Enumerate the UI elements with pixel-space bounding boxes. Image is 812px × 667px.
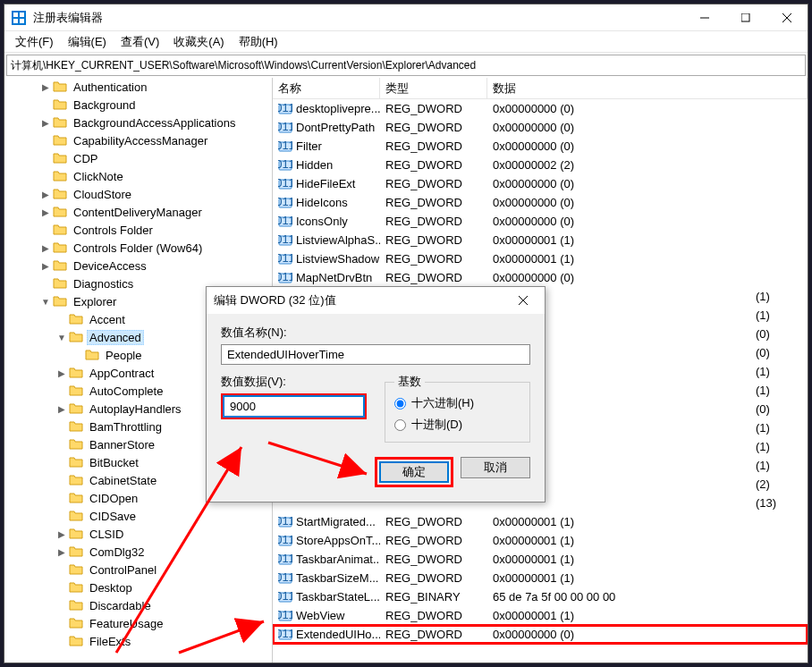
- tree-label: Controls Folder: [71, 224, 156, 237]
- cell-type: REG_DWORD: [380, 100, 487, 117]
- tree-expander[interactable]: ▶: [38, 187, 53, 201]
- tree-expander[interactable]: ▼: [38, 294, 53, 308]
- list-row[interactable]: 011ListviewAlphaS...REG_DWORD0x00000001 …: [273, 231, 808, 249]
- tree-label: CabinetState: [87, 474, 159, 487]
- tree-item[interactable]: ▶ContentDeliveryManager: [4, 203, 272, 221]
- list-row[interactable]: 011HideFileExtREG_DWORD0x00000000 (0): [273, 174, 808, 193]
- list-row[interactable]: 011IconsOnlyREG_DWORD0x00000000 (0): [273, 212, 808, 231]
- tree-expander[interactable]: ▶: [38, 80, 53, 94]
- tree-expander[interactable]: ▶: [55, 527, 69, 541]
- tree-item[interactable]: CapabilityAccessManager: [4, 131, 272, 149]
- tree-item[interactable]: Discardable: [4, 596, 272, 614]
- list-row[interactable]: 011FilterREG_DWORD0x00000000 (0): [273, 137, 808, 156]
- tree-expander[interactable]: [55, 509, 69, 523]
- tree-label: AppContract: [87, 367, 156, 380]
- tree-expander[interactable]: ▶: [38, 241, 53, 255]
- tree-expander[interactable]: [55, 580, 69, 595]
- menu-file[interactable]: 文件(F): [8, 32, 61, 52]
- folder-icon: [53, 169, 67, 183]
- close-button[interactable]: [766, 4, 808, 31]
- tree-expander[interactable]: [38, 276, 53, 291]
- tree-item[interactable]: ▶Controls Folder (Wow64): [4, 239, 272, 257]
- list-row[interactable]: 011TaskbarStateL...REG_BINARY65 de 7a 5f…: [273, 587, 808, 606]
- list-row[interactable]: 011WebViewREG_DWORD0x00000001 (1): [273, 606, 808, 625]
- tree-item[interactable]: ▶CLSID: [4, 525, 272, 543]
- list-row[interactable]: 011HideIconsREG_DWORD0x00000000 (0): [273, 193, 808, 212]
- list-row[interactable]: 011MapNetDrvBtnREG_DWORD0x00000000 (0): [273, 268, 808, 287]
- list-row[interactable]: 011ListviewShadowREG_DWORD0x00000001 (1): [273, 249, 808, 268]
- tree-expander[interactable]: ▶: [38, 258, 53, 273]
- col-header-type[interactable]: 类型: [380, 78, 487, 98]
- tree-expander[interactable]: [55, 384, 69, 398]
- tree-expander[interactable]: ▶: [38, 205, 53, 219]
- tree-expander[interactable]: [71, 348, 85, 362]
- tree-item[interactable]: ClickNote: [4, 167, 272, 185]
- radio-hex[interactable]: 十六进制(H): [394, 395, 520, 411]
- tree-item[interactable]: ▶BackgroundAccessApplications: [4, 114, 272, 131]
- list-row[interactable]: 011TaskbarAnimat...REG_DWORD0x00000001 (…: [273, 550, 808, 569]
- tree-expander[interactable]: [55, 312, 69, 326]
- radio-dec[interactable]: 十进制(D): [394, 417, 520, 433]
- menu-edit[interactable]: 编辑(E): [61, 32, 114, 52]
- list-row[interactable]: 011StartMigrated...REG_DWORD0x00000001 (…: [273, 512, 808, 531]
- menu-help[interactable]: 帮助(H): [232, 32, 285, 52]
- tree-expander[interactable]: [38, 97, 53, 112]
- tree-item[interactable]: FileExts: [4, 632, 272, 650]
- maximize-button[interactable]: [725, 4, 766, 31]
- list-row[interactable]: 011desktoplivepre...REG_DWORD0x00000000 …: [273, 99, 808, 118]
- col-header-name[interactable]: 名称: [273, 78, 380, 98]
- dialog-close-button[interactable]: [509, 287, 537, 314]
- tree-expander[interactable]: ▶: [55, 545, 69, 559]
- tree-item[interactable]: CIDSave: [4, 507, 272, 525]
- col-header-data[interactable]: 数据: [487, 78, 808, 98]
- tree-label: Explorer: [71, 295, 119, 308]
- tree-item[interactable]: FeatureUsage: [4, 614, 272, 632]
- tree-expander[interactable]: [55, 491, 69, 505]
- tree-expander[interactable]: [38, 133, 53, 148]
- minimize-button[interactable]: [684, 4, 725, 31]
- ok-button[interactable]: 确定: [379, 461, 449, 483]
- value-data-input[interactable]: [224, 396, 364, 417]
- tree-expander[interactable]: [55, 562, 69, 577]
- tree-item[interactable]: ▶CloudStore: [4, 185, 272, 203]
- tree-item[interactable]: ▶ComDlg32: [4, 543, 272, 561]
- tree-expander[interactable]: ▶: [55, 366, 69, 380]
- address-bar[interactable]: 计算机\HKEY_CURRENT_USER\Software\Microsoft…: [6, 55, 806, 76]
- tree-item[interactable]: ▶Authentication: [4, 78, 272, 96]
- tree-item[interactable]: Controls Folder: [4, 221, 272, 239]
- list-row[interactable]: 011StoreAppsOnT...REG_DWORD0x00000001 (1…: [273, 531, 808, 550]
- list-row[interactable]: 011DontPrettyPathREG_DWORD0x00000000 (0): [273, 118, 808, 137]
- tree-item[interactable]: CDP: [4, 149, 272, 167]
- tree-expander[interactable]: [55, 455, 69, 469]
- tree-expander[interactable]: [38, 151, 53, 165]
- tree-label: BackgroundAccessApplications: [71, 116, 238, 130]
- tree-expander[interactable]: [55, 419, 69, 434]
- tree-item[interactable]: ▶DeviceAccess: [4, 257, 272, 274]
- tree-expander[interactable]: ▼: [55, 330, 69, 344]
- folder-icon: [53, 151, 67, 165]
- tree-expander[interactable]: [55, 616, 69, 630]
- tree-item[interactable]: Background: [4, 96, 272, 114]
- titlebar: 注册表编辑器: [4, 4, 808, 31]
- tree-expander[interactable]: [55, 473, 69, 487]
- tree-expander[interactable]: [55, 634, 69, 648]
- menu-view[interactable]: 查看(V): [114, 32, 166, 52]
- cancel-button[interactable]: 取消: [461, 457, 530, 478]
- tree-expander[interactable]: [55, 598, 69, 612]
- tree-item[interactable]: Desktop: [4, 578, 272, 596]
- folder-icon: [69, 473, 83, 487]
- base-group: 基数 十六进制(H) 十进制(D): [385, 374, 530, 443]
- folder-icon: [53, 241, 67, 255]
- tree-expander[interactable]: ▶: [55, 401, 69, 416]
- folder-icon: [69, 491, 83, 505]
- tree-label: AutoplayHandlers: [87, 402, 184, 416]
- tree-expander[interactable]: [38, 223, 53, 237]
- tree-item[interactable]: ControlPanel: [4, 561, 272, 578]
- tree-expander[interactable]: [38, 169, 53, 183]
- menu-favorites[interactable]: 收藏夹(A): [166, 32, 231, 52]
- tree-expander[interactable]: [55, 437, 69, 452]
- list-row[interactable]: 011HiddenREG_DWORD0x00000002 (2): [273, 156, 808, 174]
- list-row[interactable]: 011ExtendedUIHo...REG_DWORD0x00000000 (0…: [273, 625, 808, 644]
- tree-expander[interactable]: ▶: [38, 115, 53, 130]
- list-row[interactable]: 011TaskbarSizeM...REG_DWORD0x00000001 (1…: [273, 569, 808, 587]
